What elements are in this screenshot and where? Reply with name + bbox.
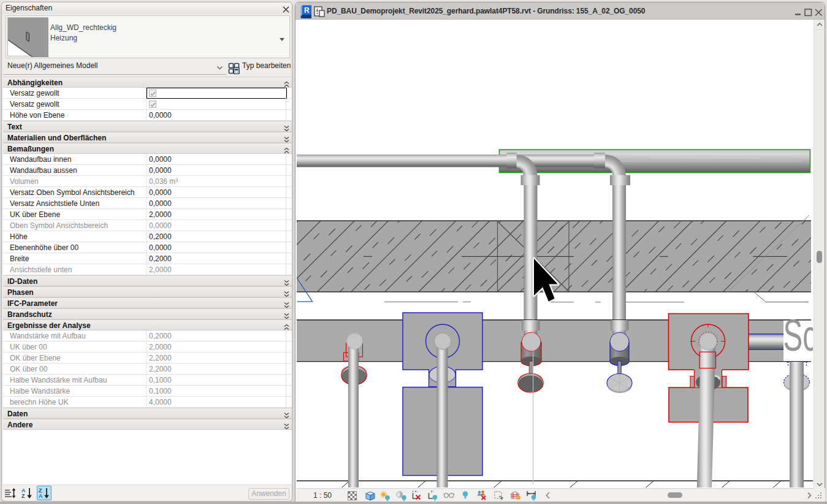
svg-text:R: R xyxy=(304,6,310,15)
svg-text:Z: Z xyxy=(21,493,25,499)
svg-text:A: A xyxy=(39,493,43,499)
svg-text:Sc: Sc xyxy=(783,311,814,360)
